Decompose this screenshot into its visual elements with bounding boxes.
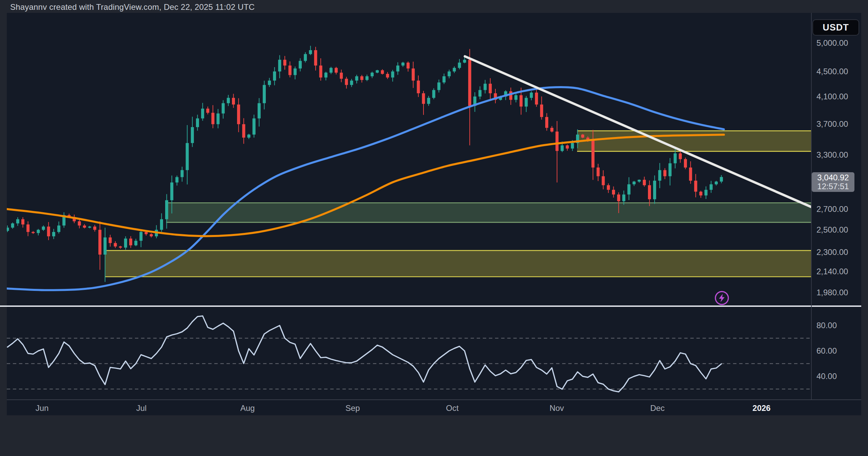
bar-countdown: 12:57:51 [812, 182, 854, 191]
pane-separator[interactable] [0, 305, 861, 307]
rsi-tick-label: 80.00 [816, 321, 837, 330]
time-tick-label: Dec [650, 403, 665, 413]
demand-zone-green [166, 203, 811, 222]
price-tick-label: 2,300.00 [816, 247, 848, 257]
time-tick-label: Jun [36, 403, 49, 413]
time-tick-label: Nov [550, 403, 564, 413]
time-axis-border [7, 399, 861, 400]
price-tick-label: 2,700.00 [816, 204, 848, 214]
price-tick-label: 1,980.00 [816, 288, 848, 297]
time-tick-label: 2026 [752, 403, 770, 413]
tradingview-snapshot: Shayannv created with TradingView.com, D… [0, 0, 868, 456]
price-tick-label: 5,000.00 [816, 38, 848, 48]
time-tick-label: Oct [446, 403, 458, 413]
last-price-badge: 3,040.92 12:57:51 [812, 172, 854, 192]
price-tick-label: 2,140.00 [816, 267, 848, 276]
rsi-line[interactable] [7, 316, 722, 392]
time-tick-label: Jul [136, 403, 147, 413]
time-tick-label: Aug [240, 403, 255, 413]
price-tick-label: 3,700.00 [816, 119, 848, 129]
price-axis-border [811, 13, 812, 399]
price-tick-label: 4,500.00 [816, 67, 848, 76]
last-price-value: 3,040.92 [812, 173, 854, 182]
currency-badge: USDT [812, 19, 859, 36]
price-tick-label: 4,100.00 [816, 92, 848, 101]
price-pane[interactable] [7, 13, 811, 306]
price-tick-label: 3,300.00 [816, 150, 848, 160]
time-tick-label: Sep [346, 403, 360, 413]
lightning-icon[interactable] [714, 290, 730, 306]
footer-bar: TradingView [0, 415, 868, 456]
rsi-pane[interactable] [7, 307, 811, 399]
support-zone-lower [105, 251, 811, 277]
candlestick-series [7, 46, 723, 282]
resistance-zone-upper [577, 131, 811, 152]
rsi-tick-label: 60.00 [816, 346, 837, 356]
price-tick-label: 2,500.00 [816, 225, 848, 235]
rsi-tick-label: 40.00 [816, 372, 837, 381]
snapshot-title: Shayannv created with TradingView.com, D… [10, 2, 255, 12]
title-bar: Shayannv created with TradingView.com, D… [0, 0, 868, 13]
